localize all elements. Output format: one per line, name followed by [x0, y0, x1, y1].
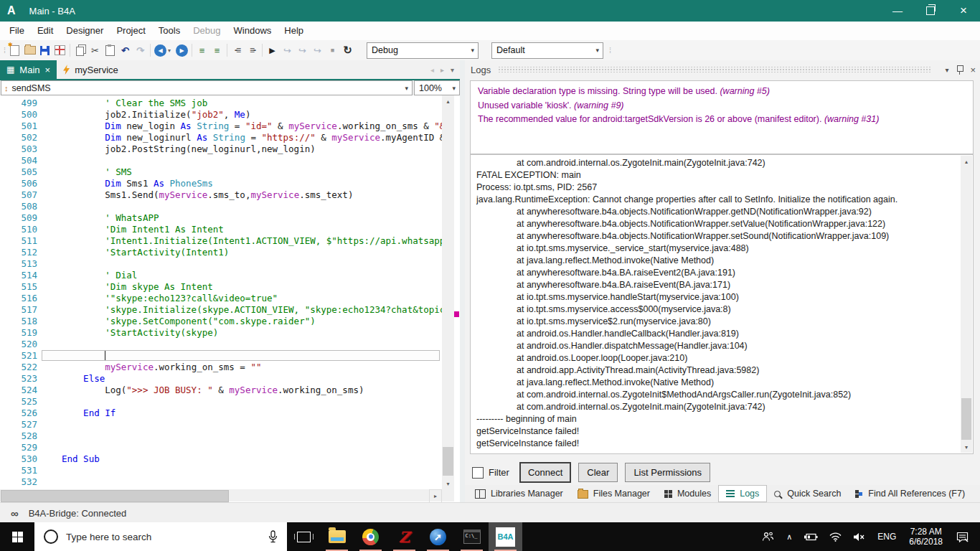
scroll-down-icon[interactable]: ▾ — [961, 441, 972, 453]
menu-designer[interactable]: Designer — [60, 22, 110, 40]
build-configuration-dropdown[interactable]: Debug ▾ — [367, 42, 479, 59]
package-icon[interactable] — [52, 43, 67, 58]
menu-help[interactable]: Help — [278, 22, 310, 40]
tab-myservice[interactable]: myService — [57, 60, 125, 79]
microphone-icon[interactable] — [268, 530, 278, 543]
indent-icon[interactable]: ≡- — [245, 43, 260, 58]
battery-icon[interactable] — [798, 533, 824, 541]
clock[interactable]: 7:28 AM 6/6/2018 — [903, 527, 949, 547]
cut-icon[interactable]: ✂ — [88, 43, 103, 58]
code-line: 524 Log(">>> JOB BUSY: " & myService.wor… — [0, 385, 442, 396]
taskbar-search-box[interactable]: Type here to search — [34, 522, 287, 551]
taskbar-filezilla[interactable]: Z — [387, 522, 421, 551]
action-center-icon[interactable] — [949, 532, 977, 542]
tray-expand-chevron-icon[interactable]: ∧ — [780, 532, 798, 542]
code-line: 520 — [0, 339, 442, 350]
scroll-down-icon[interactable]: ▾ — [442, 478, 454, 489]
taskbar-browser-sphere[interactable] — [421, 522, 455, 551]
warnings-box[interactable]: Variable declaration type is missing. St… — [470, 80, 974, 154]
menu-file[interactable]: File — [3, 22, 31, 40]
paste-icon[interactable] — [103, 43, 118, 58]
taskbar-file-explorer[interactable] — [320, 522, 354, 551]
tab-scroll-right-icon[interactable]: ▸ — [440, 66, 444, 74]
navigate-back-dropdown-icon[interactable]: ▾ — [168, 47, 174, 54]
editor-horizontal-scrollbar[interactable]: ▸ — [0, 489, 442, 501]
outdent-icon[interactable]: -≡ — [230, 43, 245, 58]
filter-checkbox[interactable] — [472, 467, 484, 479]
language-indicator[interactable]: ENG — [871, 532, 903, 542]
scrollbar-thumb[interactable] — [961, 398, 971, 440]
stop-icon: ■ — [325, 43, 340, 58]
task-view-icon — [297, 532, 311, 542]
log-output-box[interactable]: at com.android.internal.os.ZygoteInit.ma… — [470, 154, 974, 454]
toolbar: ⁞ ✂ ↶ ↷ ◀ ▾ ▶ ≡ ≡ -≡ ≡- ▶ ↪ ↪ ↪ ■ ↻ Debu… — [0, 40, 980, 61]
panel-close-icon[interactable]: × — [970, 65, 976, 75]
menu-tools[interactable]: Tools — [152, 22, 187, 40]
uncomment-icon[interactable]: ≡ — [209, 43, 225, 58]
scrollbar-thumb[interactable] — [1, 490, 229, 502]
ui-configuration-dropdown[interactable]: Default ▾ — [491, 42, 603, 59]
editor-zoom-dropdown[interactable]: 100% ▾ — [414, 80, 460, 95]
tab-quick-search[interactable]: Quick Search — [767, 485, 848, 502]
navigate-back-icon[interactable]: ◀ — [153, 43, 168, 58]
clock-time: 7:28 AM — [909, 527, 943, 537]
scroll-up-icon[interactable]: ▴ — [442, 95, 454, 107]
toolbar-grip[interactable]: ⁞ — [4, 46, 5, 55]
maximize-button[interactable] — [914, 0, 947, 22]
tab-files-manager[interactable]: Files Manager — [570, 485, 657, 502]
copy-icon[interactable] — [72, 43, 88, 58]
scroll-up-icon[interactable]: ▴ — [961, 156, 972, 167]
wifi-icon[interactable] — [824, 532, 847, 542]
code-editor[interactable]: 499 ' Clear the SMS job500 job2.Initiali… — [0, 95, 442, 491]
tab-find-all-references[interactable]: Find All References (F7) — [848, 485, 972, 502]
save-icon[interactable] — [37, 43, 52, 58]
tab-list-dropdown-icon[interactable]: ▾ — [451, 66, 454, 74]
taskbar-command-prompt[interactable]: C:\_ — [455, 522, 489, 551]
run-icon[interactable]: ▶ — [265, 43, 280, 58]
code-line: 507 Sms1.Send(myService.sms_to,myService… — [0, 189, 442, 201]
tab-modules[interactable]: Modules — [657, 485, 718, 502]
restart-icon[interactable]: ↻ — [340, 43, 355, 58]
open-project-icon[interactable] — [22, 43, 37, 58]
people-icon[interactable] — [756, 532, 780, 542]
start-button[interactable] — [0, 522, 34, 551]
code-line: 526 End If — [0, 408, 442, 419]
tab-scroll-left-icon[interactable]: ◂ — [430, 66, 434, 74]
volume-muted-icon[interactable] — [847, 532, 871, 542]
taskbar-b4a[interactable]: B4A — [489, 522, 522, 551]
comment-icon[interactable]: ≡ — [194, 43, 209, 58]
navigate-forward-icon[interactable]: ▶ — [174, 43, 189, 58]
menu-windows[interactable]: Windows — [227, 22, 278, 40]
panel-menu-dropdown-icon[interactable]: ▾ — [945, 66, 948, 74]
search-placeholder-text: Type here to search — [66, 532, 268, 542]
clear-button[interactable]: Clear — [578, 463, 618, 482]
connect-button[interactable]: Connect — [519, 462, 571, 483]
editor-vertical-scrollbar[interactable]: ▴ ▾ — [442, 95, 454, 489]
code-line: 513 — [0, 258, 442, 270]
redo-icon[interactable]: ↷ — [133, 43, 148, 58]
code-line: 500 job2.Initialize("job2", Me) — [0, 109, 442, 121]
log-vertical-scrollbar[interactable]: ▴ ▾ — [961, 156, 972, 453]
menu-project[interactable]: Project — [110, 22, 151, 40]
tab-logs[interactable]: Logs — [718, 485, 767, 502]
scrollbar-thumb[interactable] — [443, 447, 453, 476]
panel-pin-icon[interactable] — [956, 65, 963, 75]
tab-main[interactable]: ▦ Main × — [0, 60, 57, 79]
taskbar-chrome[interactable] — [354, 522, 387, 551]
warning-line: Variable declaration type is missing. St… — [478, 85, 966, 99]
close-button[interactable]: × — [947, 0, 980, 22]
tab-libraries-manager[interactable]: Libraries Manager — [468, 485, 570, 502]
menu-edit[interactable]: Edit — [31, 22, 60, 40]
pane-splitter[interactable] — [460, 60, 465, 502]
undo-icon[interactable]: ↶ — [118, 43, 133, 58]
minimize-button[interactable]: — — [881, 0, 914, 22]
bridge-link-icon: ∞ — [11, 507, 19, 519]
task-view-button[interactable] — [287, 522, 320, 551]
list-permissions-button[interactable]: List Permissions — [625, 463, 710, 482]
scroll-right-icon[interactable]: ▸ — [429, 489, 442, 503]
sub-selector-dropdown[interactable]: ↕ sendSMS ▾ — [1, 80, 413, 95]
new-file-icon[interactable] — [7, 43, 22, 58]
libraries-icon — [475, 489, 486, 499]
tab-close-icon[interactable]: × — [45, 65, 51, 75]
toolbar-overflow-grip[interactable]: ⁞ — [609, 46, 611, 55]
